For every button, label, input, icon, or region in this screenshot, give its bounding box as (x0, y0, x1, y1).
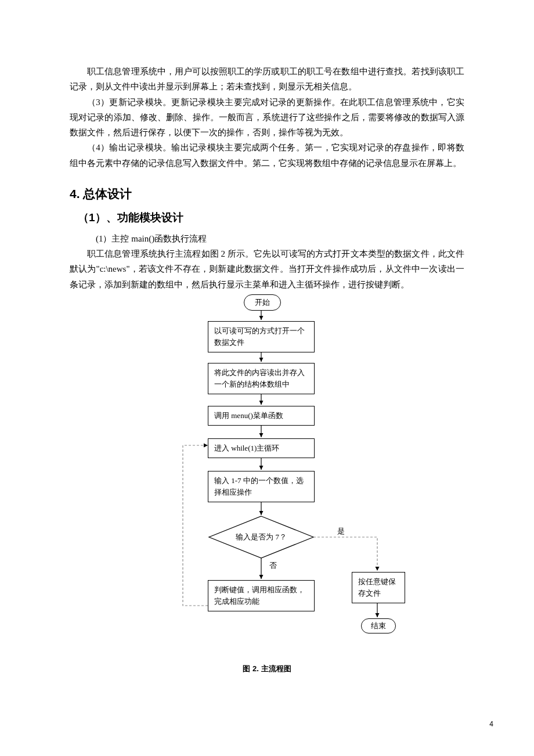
flow-end: 结束 (361, 618, 396, 633)
flowchart: 开始 以可读可写的方式打开一个数据文件 将此文件的内容读出并存入一个新的结构体数… (70, 294, 464, 660)
flow-enter-while: 进入 while(1)主循环 (208, 438, 315, 458)
page-number: 4 (489, 720, 493, 728)
heading-overall-design: 4. 总体设计 (70, 186, 464, 202)
subheading-main-flow: (1）主控 main()函数执行流程 (87, 231, 464, 246)
heading-module-design: （1）、功能模块设计 (78, 210, 464, 225)
paragraph-2: （3）更新记录模块。更新记录模块主要完成对记录的更新操作。在此职工信息管理系统中… (70, 95, 464, 141)
flow-save-file: 按任意键保存文件 (352, 572, 405, 603)
flow-input-value: 输入 1-7 中的一个数值，选择相应操作 (208, 471, 315, 502)
paragraph-1: 职工信息管理系统中，用户可以按照职工的学历或职工的职工号在数组中进行查找。若找到… (70, 64, 464, 95)
flow-read-into-array: 将此文件的内容读出并存入一个新的结构体数组中 (208, 363, 315, 394)
flow-start: 开始 (244, 294, 281, 311)
flow-open-file: 以可读可写的方式打开一个数据文件 (208, 321, 315, 352)
flow-label-yes: 是 (337, 526, 345, 537)
flow-call-menu: 调用 menu()菜单函数 (208, 406, 315, 426)
flow-decision-text: 输入是否为 7？ (234, 532, 288, 542)
figure-caption: 图 2. 主流程图 (70, 664, 464, 674)
flow-call-function: 判断键值，调用相应函数，完成相应功能 (208, 580, 315, 611)
flow-label-no: 否 (269, 560, 277, 571)
paragraph-4: 职工信息管理系统执行主流程如图 2 所示。它先以可读写的方式打开文本类型的数据文… (70, 246, 464, 292)
paragraph-3: （4）输出记录模块。输出记录模块主要完成两个任务。第一，它实现对记录的存盘操作，… (70, 140, 464, 171)
